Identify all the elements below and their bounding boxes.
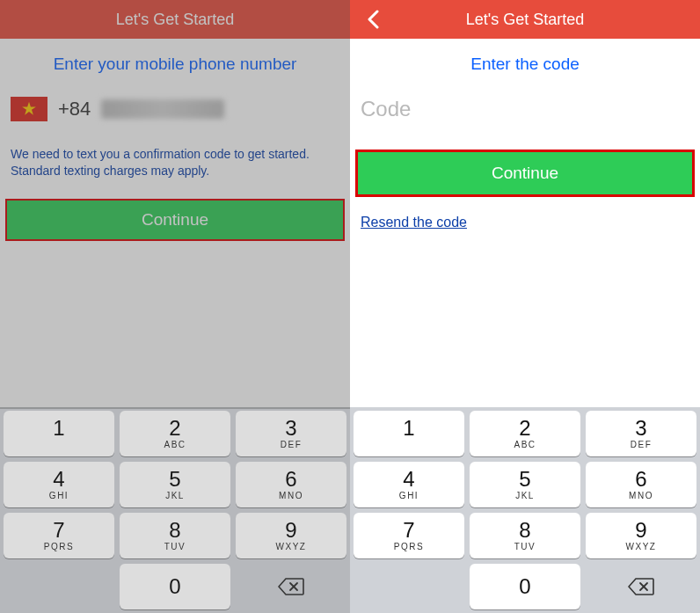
header-title: Let's Get Started	[116, 11, 235, 29]
keypad-key-8[interactable]: 8TUV	[470, 513, 580, 558]
phone-input-row[interactable]: +84	[0, 93, 350, 127]
prompt-text: Enter your mobile phone number	[0, 39, 350, 93]
content: Enter the code Code Continue Resend the …	[350, 39, 700, 613]
back-button[interactable]	[355, 0, 390, 39]
keypad-key-9[interactable]: 9WXYZ	[236, 513, 346, 558]
keypad-key-7[interactable]: 7PQRS	[354, 513, 464, 558]
keypad-key-3[interactable]: 3DEF	[236, 411, 346, 456]
keypad-blank	[354, 564, 464, 609]
keypad-key-3[interactable]: 3DEF	[586, 411, 696, 456]
helper-text: We need to text you a confirmation code …	[0, 127, 350, 190]
numeric-keypad: 1 2ABC3DEF4GHI5JKL6MNO7PQRS8TUV9WXYZ0	[0, 407, 350, 613]
keypad-key-6[interactable]: 6MNO	[586, 462, 696, 507]
keypad-key-1[interactable]: 1	[354, 411, 464, 456]
header: Let's Get Started	[350, 0, 700, 39]
header: Let's Get Started	[0, 0, 350, 39]
header-title: Let's Get Started	[466, 11, 585, 29]
keypad-key-8[interactable]: 8TUV	[120, 513, 230, 558]
keypad-key-6[interactable]: 6MNO	[236, 462, 346, 507]
chevron-left-icon	[367, 10, 379, 29]
continue-button[interactable]: Continue	[5, 199, 345, 241]
backspace-icon	[628, 577, 654, 596]
keypad-key-2[interactable]: 2ABC	[120, 411, 230, 456]
svg-marker-0	[22, 102, 36, 115]
code-input[interactable]: Code	[361, 93, 689, 125]
code-entry-screen: Let's Get Started Enter the code Code Co…	[350, 0, 700, 613]
keypad-key-0[interactable]: 0	[120, 564, 230, 609]
keypad-backspace[interactable]	[586, 564, 696, 609]
keypad-backspace[interactable]	[236, 564, 346, 609]
numeric-keypad: 1 2ABC3DEF4GHI5JKL6MNO7PQRS8TUV9WXYZ0	[350, 407, 700, 613]
keypad-key-0[interactable]: 0	[470, 564, 580, 609]
keypad-key-4[interactable]: 4GHI	[354, 462, 464, 507]
keypad-key-5[interactable]: 5JKL	[120, 462, 230, 507]
dial-code: +84	[58, 98, 91, 120]
keypad-key-4[interactable]: 4GHI	[4, 462, 114, 507]
keypad-key-9[interactable]: 9WXYZ	[586, 513, 696, 558]
keypad-key-5[interactable]: 5JKL	[470, 462, 580, 507]
prompt-text: Enter the code	[350, 39, 700, 93]
keypad-key-2[interactable]: 2ABC	[470, 411, 580, 456]
country-flag-vietnam[interactable]	[11, 97, 47, 121]
star-icon	[21, 101, 37, 117]
resend-link[interactable]: Resend the code	[350, 197, 700, 248]
continue-button[interactable]: Continue	[355, 150, 695, 197]
keypad-key-1[interactable]: 1	[4, 411, 114, 456]
keypad-key-7[interactable]: 7PQRS	[4, 513, 114, 558]
phone-entry-screen: Let's Get Started Enter your mobile phon…	[0, 0, 350, 613]
phone-number-redacted	[101, 99, 224, 119]
backspace-icon	[278, 577, 304, 596]
keypad-blank	[4, 564, 114, 609]
content: Enter your mobile phone number +84 We ne…	[0, 39, 350, 613]
